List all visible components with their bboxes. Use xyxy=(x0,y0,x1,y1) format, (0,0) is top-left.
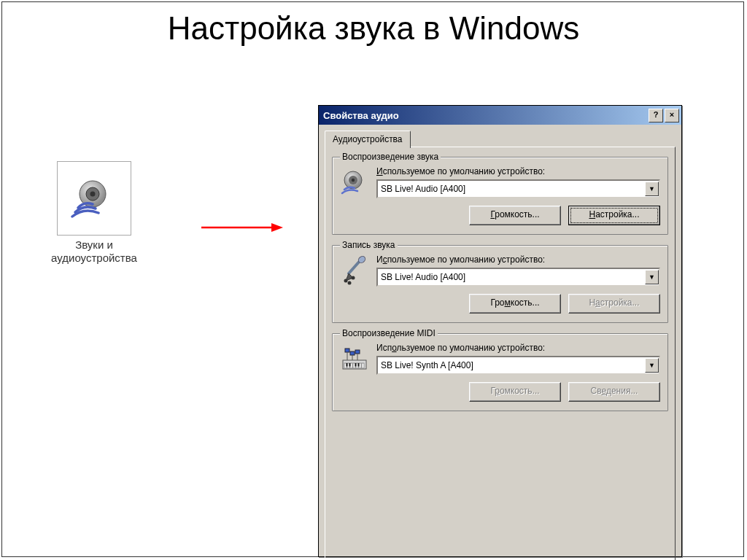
shortcut-label: Звуки и аудиоустройства xyxy=(36,238,152,265)
help-button[interactable]: ? xyxy=(649,109,663,122)
slide-title: Настройка звука в Windows xyxy=(0,10,747,47)
tab-audio-devices[interactable]: Аудиоустройства xyxy=(325,131,411,148)
dialog-title: Свойства аудио xyxy=(323,110,647,121)
tab-strip: Аудиоустройства xyxy=(325,131,676,148)
audio-properties-dialog: Свойства аудио ? × Аудиоустройства Воспр… xyxy=(318,105,682,557)
svg-marker-4 xyxy=(271,223,283,232)
sounds-shortcut[interactable]: Звуки и аудиоустройства xyxy=(36,161,152,265)
sounds-icon-frame xyxy=(57,161,131,236)
speaker-icon xyxy=(71,175,117,222)
close-button[interactable]: × xyxy=(665,109,679,122)
svg-point-2 xyxy=(90,192,96,197)
titlebar[interactable]: Свойства аудио ? × xyxy=(319,106,681,125)
arrow-icon xyxy=(201,222,283,233)
